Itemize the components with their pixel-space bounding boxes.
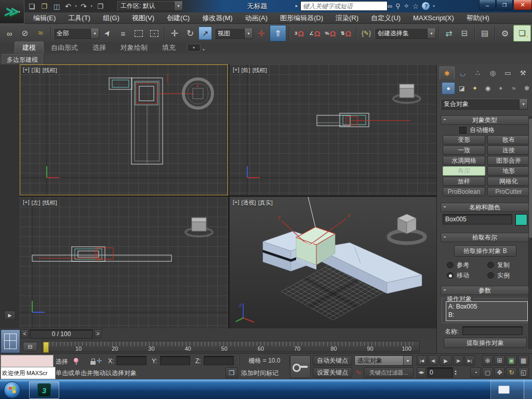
next-frame-icon[interactable]: |▶ [453, 355, 463, 366]
bind-to-spacewarp-icon[interactable]: ≈ [33, 26, 48, 41]
minimize-button[interactable]: – [479, 0, 496, 10]
select-and-move-icon[interactable]: ✛ [167, 26, 182, 41]
radio-copy[interactable]: 复制 [487, 261, 510, 270]
time-slider-frame-display[interactable]: 0 / 100 [30, 329, 93, 339]
use-pivot-center-icon[interactable]: ⇑ [270, 25, 286, 42]
play-animation-icon[interactable]: ▶ [440, 355, 452, 366]
proboolean-button[interactable]: ProBoolean [443, 187, 485, 196]
x-coordinate-field[interactable] [116, 356, 147, 365]
scene-explorer-open-icon[interactable]: ▶ [4, 311, 16, 320]
workspace-dropdown[interactable]: 工作区: 默认 ▾ [117, 1, 183, 11]
viewport-shading-button[interactable]: [真实] [258, 199, 273, 207]
mesher-button[interactable]: 网格化 [487, 177, 530, 186]
zoom-extents-all-icon[interactable]: ▦ [518, 355, 529, 366]
auto-key-button[interactable]: 自动关键点 [313, 355, 352, 366]
operands-listbox[interactable]: A: Box005 B: [446, 301, 528, 321]
undo-icon[interactable]: ↶ [63, 2, 73, 10]
reference-coordinate-arrow[interactable]: ▾ [244, 29, 252, 38]
language-bar-icon[interactable] [498, 385, 510, 394]
isolate-selection-icon[interactable]: ❐ [225, 367, 238, 378]
viewcube-perspective[interactable] [385, 214, 429, 245]
ribbon-tab-freeform[interactable]: 自由形式 [44, 42, 85, 54]
select-and-link-icon[interactable]: ∞ [2, 26, 17, 41]
y-coordinate-field[interactable] [160, 356, 190, 365]
current-frame-field[interactable]: 0 [427, 367, 453, 378]
geometry-subtab[interactable]: ● [442, 82, 455, 95]
ribbon-config-arrow-icon[interactable]: ▾ [203, 48, 205, 52]
reference-radio[interactable] [447, 262, 454, 269]
go-to-end-icon[interactable]: ▶| [464, 355, 475, 366]
close-button[interactable]: ✕ [513, 0, 532, 10]
ribbon-panel-polygon-modeling[interactable]: 多边形建模 [2, 54, 43, 65]
next-frame-arrow[interactable]: > [94, 329, 102, 338]
current-frame-marker[interactable] [43, 342, 49, 353]
object-name-input[interactable] [443, 214, 512, 224]
select-and-rotate-icon[interactable]: ↻ [183, 26, 197, 41]
viewport-shading-button[interactable]: [线框] [43, 199, 57, 207]
selection-filter-dropdown[interactable]: 全部 ▾ [54, 28, 99, 39]
menu-help[interactable]: 帮助(H) [460, 12, 496, 23]
zoom-all-icon[interactable]: ⊞ [494, 355, 505, 366]
search-binoculars-icon[interactable]: ∞ [388, 2, 392, 10]
project-folder-icon[interactable]: ❐ [95, 3, 106, 10]
blobmesh-button[interactable]: 水滴网格 [443, 156, 485, 165]
viewport-view-button[interactable]: [透视] [242, 199, 256, 207]
menu-modifiers[interactable]: 修改器(M) [196, 12, 239, 23]
redo-dropdown-icon[interactable]: ▾ [89, 4, 94, 8]
radio-move[interactable]: 移动 [447, 271, 469, 280]
cameras-subtab[interactable]: ◉ [482, 83, 494, 94]
track-bar-toggle-icon[interactable]: ⊟ [23, 342, 37, 351]
scrollbar-thumb[interactable] [529, 118, 532, 238]
absolute-mode-transform-icon[interactable]: ✛ [95, 356, 104, 365]
viewport-view-button[interactable]: [顶] [32, 66, 41, 74]
menu-group[interactable]: 组(G) [97, 12, 126, 23]
utilities-tab[interactable]: ⚒ [516, 67, 530, 79]
time-configuration-icon[interactable]: ◔ [470, 367, 481, 378]
start-button[interactable] [4, 381, 21, 398]
new-file-icon[interactable]: ❏ [26, 3, 37, 10]
viewport-view-button[interactable]: [左] [32, 199, 41, 207]
procutter-button[interactable]: ProCutter [487, 187, 530, 196]
spacewarps-subtab[interactable]: ≈ [508, 83, 520, 94]
taskbar-3dsmax-button[interactable]: 3 [29, 381, 59, 399]
select-by-name-icon[interactable]: ≡ [116, 26, 130, 41]
lights-subtab[interactable]: ✦ [469, 83, 481, 94]
terrain-button[interactable]: 地形 [487, 166, 530, 176]
spinner-down-icon[interactable]: ▼ [454, 373, 457, 376]
ribbon-tab-modeling[interactable]: 建模 [15, 42, 44, 54]
workspace-dropdown-arrow[interactable]: ▾ [174, 2, 182, 10]
key-mode-toggle-icon[interactable]: ◀▶ [417, 367, 426, 378]
conform-button[interactable]: 一致 [443, 145, 485, 155]
select-object-icon[interactable]: ➤ [98, 23, 118, 44]
snaps-toggle-extra-icon[interactable]: ✛ [254, 26, 269, 41]
operand-a-item[interactable]: A: Box005 [448, 302, 525, 311]
menu-tools[interactable]: 工具(T) [62, 12, 97, 23]
pan-view-icon[interactable]: ✥ [494, 367, 505, 378]
radio-instance[interactable]: 实例 [487, 271, 510, 280]
select-and-scale-icon[interactable]: ↗ [198, 26, 212, 40]
viewport-layout-button[interactable] [1, 329, 20, 353]
copy-radio[interactable] [487, 262, 494, 269]
align-icon[interactable]: ⊟ [457, 26, 472, 41]
menu-edit[interactable]: 编辑(E) [27, 12, 62, 23]
go-to-start-icon[interactable]: |◀ [417, 355, 427, 366]
frame-spinner[interactable]: ▲▼ [453, 367, 458, 378]
ribbon-tab-object-paint[interactable]: 对象绘制 [113, 42, 155, 54]
key-filters-button[interactable]: 关键点过滤器... [364, 367, 414, 378]
menu-animation[interactable]: 动画(A) [239, 12, 274, 23]
add-time-tag[interactable]: 添加时间标记 [241, 369, 278, 378]
maximize-viewport-toggle-icon[interactable]: ◱ [518, 367, 529, 378]
region-zoom-icon[interactable]: ▢ [482, 367, 493, 378]
display-tab[interactable]: ▭ [501, 67, 515, 79]
open-file-icon[interactable]: ❐ [38, 3, 50, 10]
z-coordinate-field[interactable] [204, 356, 234, 365]
viewport-menu-button[interactable]: [+] [233, 199, 240, 207]
viewport-shading-button[interactable]: [线框] [43, 66, 57, 74]
geometry-category-dropdown[interactable]: 复合对象 ▾ [441, 99, 528, 110]
scatter-button[interactable]: 散布 [487, 135, 530, 144]
pick-operand-b-button[interactable]: 拾取操作对象 B [454, 245, 516, 257]
redo-icon[interactable]: ↷ [79, 2, 88, 10]
move-radio[interactable] [447, 272, 454, 279]
systems-subtab[interactable]: ✻ [521, 83, 532, 94]
menu-graph-editors[interactable]: 图形编辑器(D) [274, 12, 329, 23]
